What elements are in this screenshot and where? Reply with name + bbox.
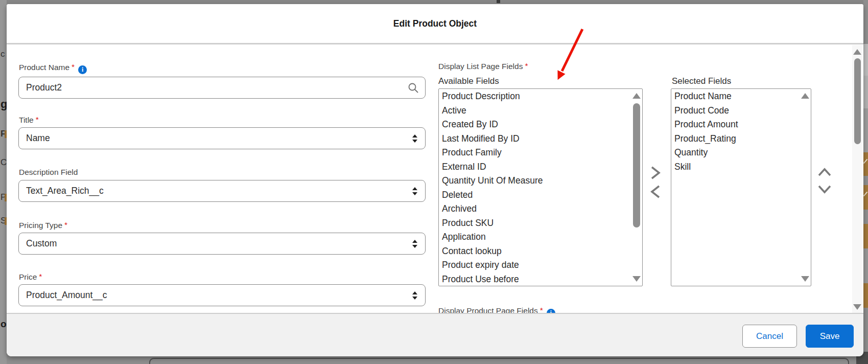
selected-fields-label: Selected Fields [672,76,731,86]
pricing-type-select[interactable]: Custom [18,233,426,255]
scrollbar-thumb[interactable] [633,103,640,228]
selected-field-option[interactable]: Quantity [671,146,800,160]
modal-scrollbar[interactable] [852,45,862,313]
scroll-up-icon[interactable] [853,49,861,55]
description-field-label: Description Field [19,168,78,177]
background-left-strip: c g F C P S or [0,0,7,364]
background-fragment [149,358,849,364]
available-field-option[interactable]: Created By ID [439,118,631,132]
modal-title: Edit Product Object [7,4,863,43]
selected-field-option[interactable]: Product Code [671,104,800,118]
available-fields-listbox[interactable]: Product DescriptionActiveCreated By IDLa… [438,88,643,286]
required-asterisk: * [540,306,543,313]
select-value: Product_Amount__c [26,285,107,306]
description-field-select[interactable]: Text_Area_Rich__c [18,180,426,202]
move-to-selected-button[interactable] [648,165,663,183]
product-name-label: Product Name*i [19,62,87,74]
background-fragment [863,108,868,152]
background-fragment [863,176,868,185]
input-value: Product2 [26,77,62,98]
available-field-option[interactable]: Active [439,104,631,118]
required-asterisk: * [39,272,42,281]
step-up-icon[interactable] [412,240,417,243]
step-down-icon[interactable] [412,297,417,300]
available-field-option[interactable]: Product expiry date [439,258,631,272]
available-field-option[interactable]: Application [439,230,631,244]
available-field-option[interactable]: Product Use before [439,272,631,286]
cancel-button[interactable]: Cancel [742,325,797,348]
product-name-input[interactable]: Product2 [18,77,426,99]
available-field-option[interactable]: Last Modified By ID [439,132,631,146]
background-fragment [863,76,868,108]
available-field-option[interactable]: Deleted [439,188,631,202]
background-fragment [863,185,868,210]
required-asterisk: * [525,61,528,70]
available-field-option[interactable]: External ID [439,160,631,174]
selected-field-option[interactable]: Product Name [671,89,800,104]
available-field-option[interactable]: Product SKU [439,216,631,231]
step-up-icon[interactable] [412,291,417,294]
background-fragment [863,224,868,248]
scroll-down-icon[interactable] [801,276,809,282]
stepper-icon[interactable] [412,187,418,195]
available-fields-scrollbar[interactable] [631,89,642,285]
available-field-option[interactable]: Product Description [439,89,631,104]
background-fragment [863,152,868,176]
selected-field-option[interactable]: Product Amount [671,118,800,132]
background-text-fragment: g [1,99,7,109]
stepper-icon[interactable] [412,291,418,300]
price-select[interactable]: Product_Amount__c [18,284,426,306]
selected-fields-scrollbar[interactable] [800,89,810,285]
move-down-button[interactable] [816,183,833,197]
modal-header: Edit Product Object [7,4,863,44]
pricing-type-label: Pricing Type* [19,220,67,230]
background-fragment [497,0,500,3]
select-value: Name [26,128,50,149]
available-field-option[interactable]: Contact lookup [439,244,631,259]
available-field-option[interactable]: Product Family [439,146,631,160]
stepper-icon[interactable] [412,134,418,143]
move-to-available-button[interactable] [648,184,663,201]
available-field-option[interactable]: Quantity Unit Of Measure [439,174,631,188]
background-fragment [863,248,868,283]
selected-field-option[interactable]: Skill [671,160,800,174]
step-down-icon[interactable] [412,192,417,195]
step-down-icon[interactable] [412,140,417,143]
title-select[interactable]: Name [18,127,426,149]
scroll-up-icon[interactable] [632,93,641,99]
step-down-icon[interactable] [412,245,417,248]
scroll-up-icon[interactable] [801,93,809,99]
move-up-button[interactable] [816,166,833,180]
available-fields-options: Product DescriptionActiveCreated By IDLa… [439,89,631,286]
background-fragment [863,44,868,76]
available-field-option[interactable]: Archived [439,202,631,216]
info-icon[interactable]: i [78,65,87,74]
required-asterisk: * [72,62,75,71]
label-text: Description Field [19,168,78,176]
label-text: Price [19,272,37,281]
background-fragment [863,283,868,308]
label-text: Pricing Type [19,221,62,230]
edit-product-modal: Edit Product Object Product Name*i Produ… [7,4,863,356]
background-fragment [863,308,868,352]
search-icon[interactable] [408,82,419,94]
available-fields-label: Available Fields [438,76,499,86]
info-icon[interactable]: i [547,309,555,313]
scrollbar-thumb[interactable] [854,58,861,144]
step-up-icon[interactable] [412,187,417,190]
selected-field-option[interactable]: Product_Rating [671,132,800,146]
label-text: Product Name [19,63,69,72]
step-up-icon[interactable] [412,134,417,138]
label-text: Title [19,116,34,124]
scroll-down-icon[interactable] [853,304,861,310]
stepper-icon[interactable] [412,240,418,248]
selected-fields-listbox[interactable]: Product NameProduct CodeProduct AmountPr… [671,88,811,286]
scroll-down-icon[interactable] [632,276,641,282]
screen: c g F C P S or Edit Product Object [0,0,868,364]
selected-fields-options: Product NameProduct CodeProduct AmountPr… [671,89,800,286]
background-fragment [863,210,868,224]
info-icon-glyph: i [82,66,83,73]
select-value: Text_Area_Rich__c [26,180,104,201]
save-button[interactable]: Save [806,325,854,348]
label-text: Display Product Page Fields [438,306,538,313]
